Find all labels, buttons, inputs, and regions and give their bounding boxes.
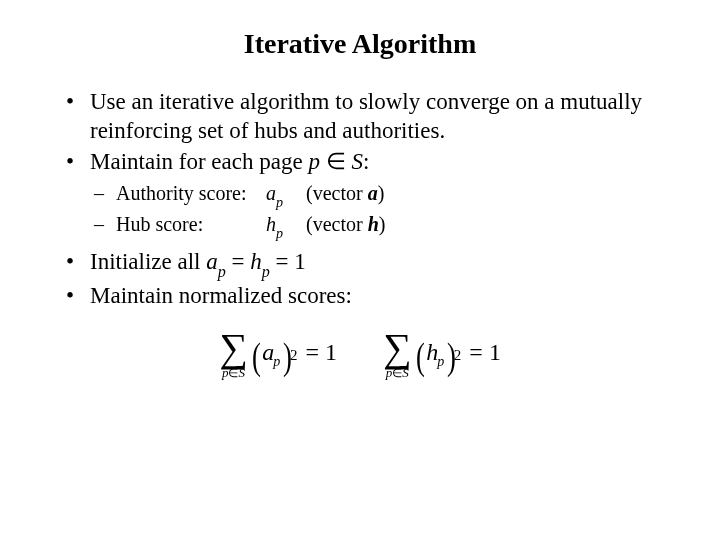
slide-title: Iterative Algorithm bbox=[0, 0, 720, 60]
eq-a-eq: = bbox=[305, 339, 319, 366]
inner-2: Hub score:hp(vector h) bbox=[90, 211, 660, 242]
inner-2-h: h bbox=[266, 213, 276, 235]
sum-a-lim: p∈S bbox=[222, 366, 245, 379]
inner-2-vec: (vector h) bbox=[306, 211, 385, 238]
inner-1-sub: p bbox=[276, 195, 283, 210]
lim-S: S bbox=[402, 365, 409, 380]
sum-h: ∑ p∈S bbox=[383, 332, 412, 379]
bullet-2-pre: Maintain for each page bbox=[90, 149, 308, 174]
eq-a-sub: p bbox=[273, 354, 280, 369]
inner-2-vec-sym: h bbox=[368, 213, 379, 235]
slide-content: Use an iterative algorithm to slowly con… bbox=[0, 60, 720, 379]
inner-1-vec: (vector a) bbox=[306, 180, 384, 207]
slide: Iterative Algorithm Use an iterative alg… bbox=[0, 0, 720, 540]
sum-h-lim: p∈S bbox=[386, 366, 409, 379]
lparen-icon: ( bbox=[415, 341, 424, 371]
inner-1-vec-pre: (vector bbox=[306, 182, 368, 204]
eq-a-sq: 2 bbox=[290, 347, 298, 364]
bullet-2-elem: ∈ bbox=[320, 149, 352, 174]
bullet-2-post: : bbox=[363, 149, 369, 174]
inner-2-sub: p bbox=[276, 226, 283, 241]
inner-2-label: Hub score: bbox=[116, 211, 266, 238]
inner-1: Authority score:ap(vector a) bbox=[90, 180, 660, 211]
bullet-3-p2: p bbox=[262, 263, 270, 280]
bullet-1-text: Use an iterative algorithm to slowly con… bbox=[90, 89, 642, 143]
lim-S: S bbox=[238, 365, 245, 380]
inner-2-vec-pre: (vector bbox=[306, 213, 368, 235]
equations: ∑ p∈S ( ap ) 2 = 1 ∑ p∈S ( hp ) 2 = bbox=[60, 332, 660, 379]
lim-el: ∈ bbox=[392, 366, 402, 380]
bullet-list: Use an iterative algorithm to slowly con… bbox=[60, 88, 660, 310]
eq-h-term: hp bbox=[426, 339, 445, 366]
inner-1-vec-sym: a bbox=[368, 182, 378, 204]
inner-list: Authority score:ap(vector a) Hub score:h… bbox=[90, 180, 660, 242]
eq-a-one: 1 bbox=[325, 339, 337, 366]
eq-h-eq: = bbox=[469, 339, 483, 366]
bullet-3-eq2: = 1 bbox=[270, 249, 306, 274]
bullet-3-a: a bbox=[206, 249, 218, 274]
bullet-3-eq1: = bbox=[226, 249, 250, 274]
bullet-3-h: h bbox=[250, 249, 262, 274]
bullet-2-S: S bbox=[351, 149, 363, 174]
inner-1-sym: ap bbox=[266, 180, 306, 211]
inner-2-sym: hp bbox=[266, 211, 306, 242]
bullet-4-text: Maintain normalized scores: bbox=[90, 283, 352, 308]
inner-1-vec-post: ) bbox=[378, 182, 385, 204]
eq-h-one: 1 bbox=[489, 339, 501, 366]
bullet-2: Maintain for each page p ∈ S: Authority … bbox=[60, 148, 660, 243]
lim-el: ∈ bbox=[228, 366, 238, 380]
eq-a-term: ap bbox=[262, 339, 281, 366]
equation-h: ∑ p∈S ( hp ) 2 = 1 bbox=[383, 332, 501, 379]
inner-2-vec-post: ) bbox=[379, 213, 386, 235]
inner-1-a: a bbox=[266, 182, 276, 204]
inner-1-label: Authority score: bbox=[116, 180, 266, 207]
bullet-2-p: p bbox=[308, 149, 320, 174]
eq-h-sub: p bbox=[437, 354, 444, 369]
equation-a: ∑ p∈S ( ap ) 2 = 1 bbox=[219, 332, 337, 379]
bullet-1: Use an iterative algorithm to slowly con… bbox=[60, 88, 660, 146]
bullet-3-p1: p bbox=[218, 263, 226, 280]
sum-a: ∑ p∈S bbox=[219, 332, 248, 379]
bullet-3-pre: Initialize all bbox=[90, 249, 206, 274]
bullet-3: Initialize all ap = hp = 1 bbox=[60, 248, 660, 280]
sigma-icon: ∑ bbox=[219, 332, 248, 364]
bullet-4: Maintain normalized scores: bbox=[60, 282, 660, 311]
lparen-icon: ( bbox=[252, 341, 261, 371]
sigma-icon: ∑ bbox=[383, 332, 412, 364]
eq-h-sq: 2 bbox=[454, 347, 462, 364]
